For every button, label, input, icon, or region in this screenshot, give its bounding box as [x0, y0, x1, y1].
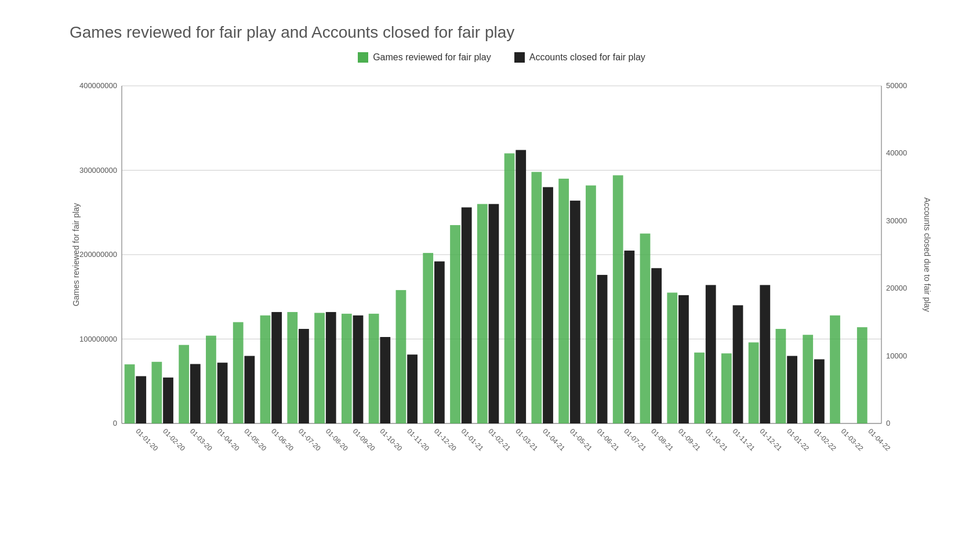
- main-chart-svg: 0100000000200000000300000000400000000010…: [70, 74, 934, 487]
- svg-rect-49: [396, 290, 406, 423]
- svg-text:01-04-21: 01-04-21: [541, 427, 567, 452]
- svg-text:01-12-21: 01-12-21: [758, 427, 783, 452]
- svg-text:01-11-21: 01-11-21: [731, 427, 757, 452]
- svg-text:01-01-22: 01-01-22: [785, 427, 811, 452]
- svg-rect-68: [570, 201, 580, 423]
- svg-rect-82: [694, 353, 705, 423]
- svg-rect-64: [531, 172, 542, 423]
- svg-rect-58: [477, 204, 488, 423]
- svg-text:Accounts closed due to fair pl: Accounts closed due to fair play: [923, 197, 932, 312]
- svg-rect-71: [597, 275, 608, 423]
- svg-rect-61: [504, 153, 515, 423]
- svg-rect-37: [287, 312, 297, 423]
- svg-text:01-04-20: 01-04-20: [216, 427, 241, 452]
- svg-rect-99: [857, 327, 868, 423]
- svg-rect-77: [651, 268, 662, 423]
- svg-text:01-12-20: 01-12-20: [433, 427, 458, 452]
- svg-rect-44: [353, 316, 364, 423]
- legend-item-green: Games reviewed for fair play: [358, 52, 491, 63]
- svg-rect-19: [125, 364, 135, 423]
- svg-rect-70: [586, 186, 596, 423]
- svg-rect-46: [369, 314, 379, 423]
- legend-item-black: Accounts closed for fair play: [514, 52, 645, 63]
- svg-rect-34: [260, 316, 271, 423]
- svg-rect-56: [462, 208, 472, 423]
- chart-area: 0100000000200000000300000000400000000010…: [70, 74, 934, 487]
- svg-text:01-03-20: 01-03-20: [188, 427, 214, 452]
- svg-text:50000: 50000: [886, 81, 907, 90]
- svg-text:01-10-21: 01-10-21: [704, 427, 729, 452]
- svg-text:01-01-21: 01-01-21: [460, 427, 485, 452]
- svg-text:01-03-22: 01-03-22: [840, 427, 865, 452]
- svg-rect-55: [450, 225, 460, 423]
- svg-text:30000: 30000: [886, 216, 907, 225]
- svg-rect-85: [721, 353, 732, 423]
- svg-text:01-05-21: 01-05-21: [568, 427, 594, 452]
- svg-text:01-10-20: 01-10-20: [378, 427, 404, 452]
- svg-rect-47: [380, 337, 390, 423]
- svg-rect-62: [516, 150, 526, 423]
- svg-text:01-02-20: 01-02-20: [161, 427, 187, 452]
- svg-rect-31: [233, 322, 244, 423]
- svg-text:200000000: 200000000: [79, 250, 117, 259]
- svg-rect-91: [776, 329, 786, 423]
- svg-rect-74: [624, 251, 634, 423]
- svg-text:300000000: 300000000: [79, 166, 117, 175]
- svg-rect-35: [271, 312, 282, 423]
- svg-text:01-11-20: 01-11-20: [405, 427, 431, 452]
- svg-rect-32: [244, 356, 255, 423]
- legend-swatch-green: [358, 52, 368, 63]
- svg-rect-43: [342, 314, 352, 423]
- svg-rect-22: [151, 362, 162, 423]
- svg-rect-29: [217, 363, 228, 423]
- svg-rect-73: [613, 175, 623, 423]
- svg-text:Games reviewed for fair play: Games reviewed for fair play: [71, 203, 81, 306]
- svg-rect-76: [640, 234, 651, 423]
- svg-text:01-02-21: 01-02-21: [487, 427, 512, 452]
- svg-rect-65: [543, 187, 553, 423]
- svg-text:20000: 20000: [886, 284, 907, 292]
- svg-rect-26: [190, 364, 201, 423]
- svg-rect-38: [299, 329, 309, 423]
- svg-text:01-06-21: 01-06-21: [596, 427, 621, 452]
- svg-rect-86: [733, 305, 743, 423]
- svg-rect-20: [136, 376, 146, 423]
- svg-rect-67: [558, 179, 569, 423]
- svg-rect-52: [423, 253, 433, 423]
- svg-rect-80: [678, 295, 689, 423]
- svg-text:40000: 40000: [886, 148, 907, 157]
- svg-rect-88: [749, 342, 759, 423]
- svg-rect-83: [706, 285, 716, 423]
- svg-text:01-09-21: 01-09-21: [677, 427, 702, 452]
- svg-text:01-08-21: 01-08-21: [649, 427, 675, 452]
- svg-rect-92: [787, 356, 797, 423]
- svg-text:01-04-22: 01-04-22: [866, 427, 892, 452]
- svg-text:0: 0: [113, 419, 117, 427]
- svg-text:01-07-21: 01-07-21: [622, 427, 648, 452]
- svg-text:01-01-20: 01-01-20: [134, 427, 159, 452]
- svg-text:400000000: 400000000: [79, 81, 117, 90]
- legend-label-green: Games reviewed for fair play: [373, 52, 491, 63]
- svg-text:100000000: 100000000: [79, 335, 117, 343]
- svg-rect-89: [760, 285, 770, 423]
- svg-rect-79: [667, 292, 677, 423]
- chart-title: Games reviewed for fair play and Account…: [70, 23, 934, 42]
- svg-text:0: 0: [886, 419, 890, 427]
- svg-text:01-05-20: 01-05-20: [242, 427, 268, 452]
- svg-rect-28: [206, 336, 216, 423]
- svg-rect-23: [163, 378, 173, 423]
- svg-rect-40: [314, 313, 325, 423]
- legend: Games reviewed for fair play Accounts cl…: [70, 52, 934, 63]
- svg-text:01-03-21: 01-03-21: [514, 427, 539, 452]
- svg-rect-41: [326, 312, 336, 423]
- svg-text:01-07-20: 01-07-20: [297, 427, 322, 452]
- svg-text:10000: 10000: [886, 352, 907, 360]
- svg-rect-59: [489, 204, 499, 423]
- svg-rect-95: [814, 359, 825, 423]
- svg-text:01-08-20: 01-08-20: [324, 427, 350, 452]
- svg-rect-53: [434, 262, 445, 423]
- svg-text:01-06-20: 01-06-20: [270, 427, 295, 452]
- legend-label-black: Accounts closed for fair play: [529, 52, 645, 63]
- svg-text:01-09-20: 01-09-20: [351, 427, 377, 452]
- svg-rect-25: [179, 345, 189, 423]
